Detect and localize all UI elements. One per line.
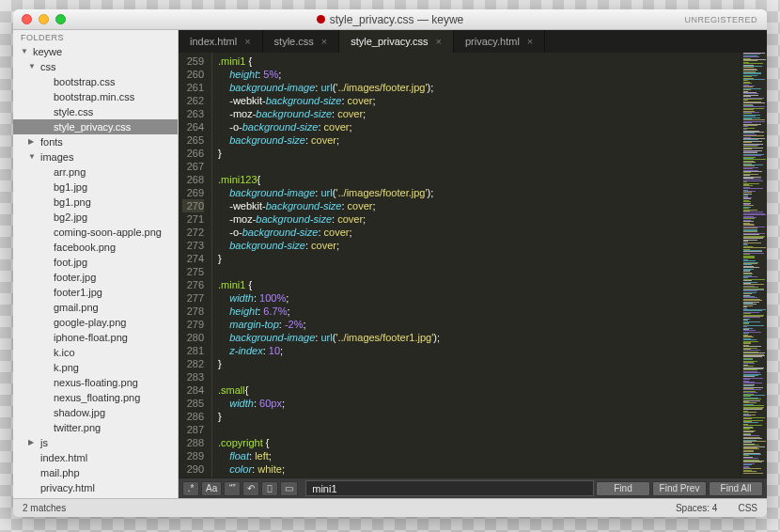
tree-label: bootstrap.min.css <box>54 90 134 103</box>
minimap[interactable] <box>741 53 767 477</box>
tree-file[interactable]: facebook.png <box>13 240 178 255</box>
tree-label: coming-soon-apple.png <box>54 226 162 239</box>
chevron-right-icon: ▶ <box>28 135 37 149</box>
sidebar-header: FOLDERS <box>13 30 178 44</box>
tree-label: arr.png <box>54 165 86 179</box>
tree-file[interactable]: k.png <box>13 360 178 375</box>
highlight-toggle[interactable]: ▭ <box>280 481 298 496</box>
tree-file[interactable]: footer.jpg <box>13 270 178 285</box>
tree-label: style.css <box>54 105 93 118</box>
status-spaces[interactable]: Spaces: 4 <box>676 503 717 513</box>
tree-file[interactable]: iphone-float.png <box>13 330 178 345</box>
tree-file[interactable]: k.ico <box>13 345 178 360</box>
tree-folder-fonts[interactable]: ▶fonts <box>13 134 178 149</box>
close-icon[interactable]: × <box>436 36 442 47</box>
status-matches: 2 matches <box>23 503 66 513</box>
tree-file[interactable]: footer1.jpg <box>13 285 178 300</box>
wrap-toggle[interactable]: ↶ <box>242 481 259 496</box>
tree-file[interactable]: style_privacy.css <box>13 119 178 134</box>
tree-label: css <box>40 60 56 73</box>
find-all-button[interactable]: Find All <box>709 481 763 496</box>
tree-file[interactable]: privacy.html <box>13 480 178 495</box>
tree-file[interactable]: index.html <box>13 450 178 465</box>
window-title-text: style_privacy.css — keywe <box>330 13 463 26</box>
tree-label: facebook.png <box>54 241 116 254</box>
tree-label: footer.jpg <box>54 271 96 284</box>
dirty-indicator-icon <box>317 15 325 23</box>
body: FOLDERS ▼keywe ▼css bootstrap.cssbootstr… <box>13 30 767 498</box>
word-toggle[interactable]: “” <box>224 481 241 496</box>
tree-folder-root[interactable]: ▼keywe <box>13 44 178 59</box>
tree-label: bootstrap.css <box>54 75 115 88</box>
tree-file[interactable]: bg2.jpg <box>13 210 178 225</box>
tab-label: index.html <box>190 36 237 47</box>
sidebar: FOLDERS ▼keywe ▼css bootstrap.cssbootstr… <box>13 30 179 498</box>
tab-label: privacy.html <box>465 36 520 47</box>
unregistered-label: UNREGISTERED <box>684 15 757 24</box>
tree-label: k.png <box>54 361 79 374</box>
tab-label: style_privacy.css <box>351 36 428 47</box>
tree-label: bg2.jpg <box>54 211 87 224</box>
tree-label: bg1.png <box>54 196 91 209</box>
tree-file[interactable]: style.css <box>13 104 178 119</box>
tree-label: foot.jpg <box>54 256 87 269</box>
tree-label: js <box>40 436 48 449</box>
tree-folder-images[interactable]: ▼images <box>13 149 178 164</box>
case-toggle[interactable]: Aa <box>201 481 222 496</box>
tree-file[interactable]: arr.png <box>13 164 178 180</box>
tree-file[interactable]: nexus_floating.png <box>13 390 178 405</box>
chevron-right-icon: ▶ <box>28 436 37 449</box>
regex-toggle[interactable]: .* <box>182 481 199 496</box>
tree-file[interactable]: nexus-floating.png <box>13 375 178 390</box>
tree-label: nexus-floating.png <box>54 376 138 389</box>
find-input[interactable] <box>305 480 594 496</box>
tab-index-html[interactable]: index.html× <box>179 30 263 53</box>
tree-label: style_privacy.css <box>54 120 131 133</box>
editor-pane: index.html× style.css× style_privacy.css… <box>179 30 767 498</box>
chevron-down-icon: ▼ <box>28 150 37 164</box>
tree-label: google-play.png <box>54 316 126 329</box>
tree-label: fonts <box>40 135 63 149</box>
tree-label: bg1.jpg <box>54 180 87 194</box>
code-area[interactable]: 2592602612622632642652662672682692702712… <box>179 53 767 477</box>
in-selection-toggle[interactable]: ⌷ <box>261 481 278 496</box>
titlebar: style_privacy.css — keywe UNREGISTERED <box>13 9 767 30</box>
tree-label: gmail.png <box>54 301 99 314</box>
close-icon[interactable]: × <box>527 36 533 47</box>
code-text[interactable]: .mini1 { height: 5%; background-image: u… <box>212 53 741 477</box>
tree-label: images <box>40 150 73 164</box>
tree-folder-js[interactable]: ▶js <box>13 435 178 450</box>
line-gutter: 2592602612622632642652662672682692702712… <box>179 53 212 477</box>
tree-file[interactable]: bg1.jpg <box>13 180 178 195</box>
tree-label: mail.php <box>40 466 80 479</box>
tree-file[interactable]: shadow.jpg <box>13 405 178 420</box>
tree-file[interactable]: gmail.png <box>13 300 178 315</box>
status-bar: 2 matches Spaces: 4 CSS <box>13 498 767 517</box>
tree-file[interactable]: bootstrap.min.css <box>13 89 178 104</box>
tab-style-privacy-css[interactable]: style_privacy.css× <box>339 30 454 53</box>
chevron-down-icon: ▼ <box>21 45 29 58</box>
tree-file[interactable]: bg1.png <box>13 195 178 210</box>
tab-privacy-html[interactable]: privacy.html× <box>454 30 545 53</box>
tree-label: index.html <box>40 451 87 464</box>
find-button[interactable]: Find <box>596 481 650 496</box>
tree-file[interactable]: foot.jpg <box>13 255 178 270</box>
tree-folder-css[interactable]: ▼css <box>13 59 178 74</box>
tree-label: shadow.jpg <box>54 406 105 419</box>
tree-file[interactable]: mail.php <box>13 465 178 480</box>
tree-label: privacy.html <box>40 481 95 494</box>
close-icon[interactable]: × <box>321 36 327 47</box>
find-prev-button[interactable]: Find Prev <box>652 481 707 496</box>
find-bar: .* Aa “” ↶ ⌷ ▭ Find Find Prev Find All <box>179 477 767 498</box>
tree-file[interactable]: twitter.png <box>13 420 178 435</box>
tree-file[interactable]: bootstrap.css <box>13 74 178 89</box>
editor-window: style_privacy.css — keywe UNREGISTERED F… <box>13 9 767 517</box>
tab-style-css[interactable]: style.css× <box>263 30 340 53</box>
tree-file[interactable]: coming-soon-apple.png <box>13 225 178 240</box>
tree-label: keywe <box>33 45 62 58</box>
status-lang[interactable]: CSS <box>738 503 757 513</box>
window-title: style_privacy.css — keywe <box>13 13 767 26</box>
tree-file[interactable]: google-play.png <box>13 315 178 330</box>
tab-bar: index.html× style.css× style_privacy.css… <box>179 30 767 53</box>
close-icon[interactable]: × <box>244 36 250 47</box>
